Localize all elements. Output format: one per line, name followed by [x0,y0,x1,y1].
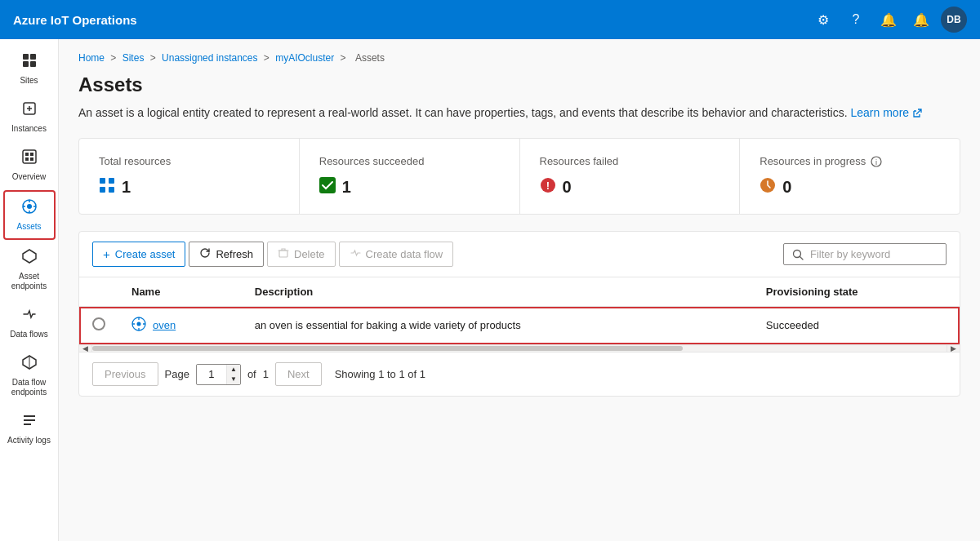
row-provisioning-state-cell: Succeeded [753,307,960,344]
row-radio[interactable] [92,317,105,330]
stat-failed-icon: ! [540,177,556,197]
sidebar-item-label-assets: Assets [16,222,41,232]
delete-button[interactable]: Delete [267,242,336,267]
svg-point-11 [27,204,32,209]
sidebar-item-instances[interactable]: Instances [3,94,56,140]
page-description-text: An asset is a logical entity created to … [78,106,848,119]
row-description-cell: an oven is essential for baking a wide v… [242,307,753,344]
stat-total-resources: Total resources 1 [79,139,300,214]
svg-rect-3 [30,61,36,67]
stat-failed: Resources failed ! 0 [520,139,741,214]
scroll-right-arrow[interactable]: ▶ [947,345,960,352]
sidebar-item-label-sites: Sites [20,76,38,86]
search-input[interactable] [810,248,924,260]
toolbar: + Create asset Refresh Delete [79,232,960,277]
th-description: Description [242,277,753,307]
sidebar-item-activity-logs[interactable]: Activity logs [3,406,56,452]
sidebar-item-label-asset-endpoints: Asset endpoints [7,272,52,291]
breadcrumb: Home > Sites > Unassigned instances > my… [78,52,960,64]
stat-succeeded: Resources succeeded 1 [300,139,520,214]
svg-rect-19 [109,178,114,184]
page-step-down[interactable]: ▼ [227,375,240,384]
sidebar-item-label-overview: Overview [12,172,47,182]
content-area: Home > Sites > Unassigned instances > my… [59,39,980,541]
table-row[interactable]: oven an oven is essential for baking a w… [79,307,960,344]
create-data-flow-button[interactable]: Create data flow [339,242,454,267]
sidebar-item-label-activity-logs: Activity logs [7,436,51,446]
breadcrumb-unassigned-instances[interactable]: Unassigned instances [162,52,257,64]
activity-logs-icon [21,412,38,432]
avatar[interactable]: DB [941,7,967,33]
instances-icon [21,100,38,121]
topnav-icons: ⚙ ? 🔔 🔔 DB [810,7,967,33]
settings-icon[interactable]: ⚙ [810,7,836,33]
stat-failed-label: Resources failed [540,155,720,167]
delete-icon [278,247,289,261]
page-description: An asset is a logical entity created to … [78,104,960,122]
previous-button[interactable]: Previous [92,362,158,386]
svg-rect-6 [25,153,29,156]
create-asset-button[interactable]: + Create asset [92,242,185,267]
sidebar-item-label-data-flow-endpoints: Data flow endpoints [7,378,52,397]
stat-failed-value: ! 0 [540,177,720,197]
learn-more-link[interactable]: Learn more [851,106,922,119]
main-layout: Sites Instances Overview Assets Asset en… [0,39,980,541]
feedback-icon[interactable]: 🔔 [875,7,902,33]
sidebar-item-sites[interactable]: Sites [3,46,56,92]
of-value: 1 [263,368,269,380]
scroll-left-arrow[interactable]: ◀ [79,345,92,352]
sites-icon [21,52,38,73]
notifications-icon[interactable]: 🔔 [908,7,934,33]
sidebar-item-assets[interactable]: Assets [3,190,56,240]
svg-rect-28 [279,251,287,257]
create-asset-plus-icon: + [103,247,110,261]
next-button[interactable]: Next [275,362,322,386]
stat-total-value: 1 [99,177,279,197]
assets-icon [21,198,38,219]
stat-succeeded-value: 1 [319,177,500,197]
svg-rect-2 [23,61,29,67]
svg-rect-5 [23,150,36,163]
stat-total-icon [99,177,115,197]
stat-in-progress-icon [760,177,776,197]
svg-rect-1 [30,54,36,60]
help-icon[interactable]: ? [843,7,869,33]
asset-name-link[interactable]: oven [153,319,176,331]
scroll-thumb[interactable] [92,346,683,351]
sidebar-item-overview[interactable]: Overview [3,142,56,188]
search-box[interactable] [783,243,947,265]
breadcrumb-home[interactable]: Home [78,52,105,64]
row-radio-cell [79,307,118,344]
stat-total-label: Total resources [99,155,279,167]
row-name-cell: oven [118,307,242,344]
svg-rect-15 [24,415,35,417]
sidebar-item-asset-endpoints[interactable]: Asset endpoints [3,242,56,298]
svg-rect-17 [24,423,31,425]
search-icon [792,249,804,260]
svg-rect-18 [100,178,105,184]
svg-text:i: i [875,158,877,166]
page-input[interactable] [197,365,226,384]
page-input-wrap[interactable]: ▲ ▼ [196,364,241,385]
page-step-up[interactable]: ▲ [227,365,240,375]
sidebar-item-data-flows[interactable]: Data flows [3,299,56,346]
pagination: Previous Page ▲ ▼ of 1 Next Showing 1 to… [79,353,960,396]
page-label: Page [165,368,189,380]
stat-succeeded-label: Resources succeeded [319,155,500,167]
of-label: of [247,368,256,380]
sidebar: Sites Instances Overview Assets Asset en… [0,39,59,541]
sidebar-item-data-flow-endpoints[interactable]: Data flow endpoints [3,348,56,404]
stat-in-progress-label: Resources in progress i [760,155,940,167]
horizontal-scrollbar[interactable]: ◀ ▶ [79,344,960,353]
breadcrumb-sites[interactable]: Sites [122,52,145,64]
showing-text: Showing 1 to 1 of 1 [335,368,425,380]
stat-in-progress: Resources in progress i 0 [740,139,960,214]
breadcrumb-cluster[interactable]: myAIOcluster [275,52,334,64]
app-title: Azure IoT Operations [13,13,810,27]
refresh-button[interactable]: Refresh [189,242,264,267]
data-table: Name Description Provisioning state [79,277,960,344]
th-checkbox [79,277,118,307]
data-flows-icon [21,306,38,326]
svg-rect-21 [109,187,114,193]
page-stepper: ▲ ▼ [226,365,240,384]
